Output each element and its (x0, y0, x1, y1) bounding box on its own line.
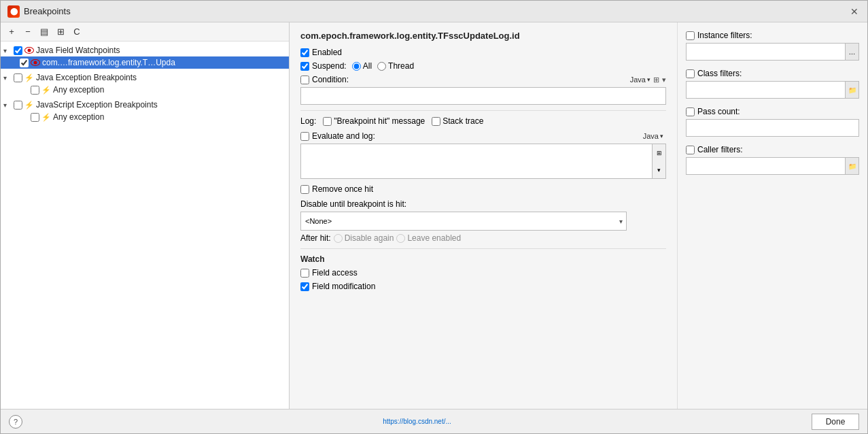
breakpoint-hit-text: "Breakpoint hit" message (334, 116, 425, 126)
lightning-red-js-icon: ⚡ (41, 113, 51, 122)
evaluate-log-input[interactable] (300, 144, 653, 179)
disable-again-label[interactable]: Disable again (334, 233, 394, 243)
group-java-field-watchpoints[interactable]: ▾ Java Field Watchpoints (1, 44, 289, 56)
breakpoint-hit-checkbox[interactable] (323, 117, 332, 126)
field-access-checkbox[interactable] (300, 269, 309, 278)
enabled-checkbox-label[interactable]: Enabled (300, 48, 342, 57)
add-button[interactable]: + (5, 25, 18, 39)
item-label-com-epoch: com.…framework.log.entity.T…Upda (42, 58, 175, 67)
group-label: Java Field Watchpoints (36, 46, 120, 55)
caller-filters-btn[interactable]: 📁 (846, 157, 859, 175)
pass-count-label[interactable]: Pass count: (686, 107, 859, 116)
leave-enabled-label[interactable]: Leave enabled (396, 233, 461, 243)
group-js-exception-breakpoints[interactable]: ▾ ⚡ JavaScript Exception Breakpoints (1, 99, 289, 111)
all-radio-label[interactable]: All (352, 61, 372, 71)
instance-filters-input[interactable] (686, 43, 846, 61)
instance-filters-checkbox[interactable] (686, 31, 695, 40)
breakpoint-hit-label[interactable]: "Breakpoint hit" message (323, 116, 425, 126)
none-dropdown[interactable]: <None> (300, 212, 627, 231)
all-label: All (363, 61, 372, 71)
group-button[interactable]: ▤ (37, 25, 51, 39)
stack-trace-text: Stack trace (442, 116, 483, 126)
lightning-js-icon: ⚡ (24, 101, 34, 110)
disable-again-radio[interactable] (334, 234, 343, 243)
field-access-label[interactable]: Field access (300, 268, 358, 278)
all-radio[interactable] (352, 62, 361, 71)
help-button[interactable]: ? (9, 415, 22, 429)
item-checkbox-any-exception[interactable] (31, 86, 39, 95)
class-filters-text: Class filters: (697, 69, 742, 78)
instance-filters-label[interactable]: Instance filters: (686, 31, 859, 40)
item-checkbox-any-exception-js[interactable] (31, 113, 39, 122)
thread-label: Thread (388, 61, 414, 71)
remove-once-hit-checkbox[interactable] (300, 185, 309, 194)
enabled-label: Enabled (312, 48, 342, 57)
class-filters-checkbox[interactable] (686, 69, 695, 78)
item-label-any-exception: Any exception (53, 85, 104, 95)
suspend-checkbox-label[interactable]: Suspend: (300, 61, 347, 71)
caller-filters-label[interactable]: Caller filters: (686, 145, 859, 154)
tree-item-any-exception-js[interactable]: ⚡ Any exception (1, 111, 289, 123)
bottom-link[interactable]: https://blog.csdn.net/... (383, 418, 451, 425)
field-modification-text: Field modification (312, 282, 375, 291)
thread-radio[interactable] (377, 62, 386, 71)
expand-button[interactable]: ⊞ (54, 25, 67, 39)
instance-filters-btn[interactable]: … (846, 43, 859, 61)
class-filters-label[interactable]: Class filters: (686, 69, 859, 78)
breakpoint-title: com.epoch.framework.log.entity.TFsscUpda… (300, 31, 666, 41)
close-button[interactable]: ✕ (848, 5, 861, 18)
tree-item-com-epoch[interactable]: com.…framework.log.entity.T…Upda (1, 56, 289, 69)
group-java-exception-label: Java Exception Breakpoints (36, 73, 137, 82)
remove-once-hit-text: Remove once hit (312, 184, 373, 194)
dialog-title: Breakpoints (24, 6, 71, 16)
field-modification-label[interactable]: Field modification (300, 282, 375, 291)
item-label-any-exception-js: Any exception (53, 112, 104, 122)
filter-button[interactable]: C (70, 25, 84, 39)
field-access-text: Field access (312, 268, 358, 278)
thread-radio-label[interactable]: Thread (377, 61, 414, 71)
done-button[interactable]: Done (812, 414, 859, 430)
condition-input[interactable] (300, 87, 666, 105)
group-java-exception-checkbox[interactable] (14, 73, 22, 82)
expand2-icon[interactable]: ▾ (662, 76, 666, 84)
suspend-checkbox[interactable] (300, 62, 309, 71)
stack-trace-checkbox[interactable] (432, 117, 440, 126)
remove-button[interactable]: − (21, 25, 35, 39)
condition-checkbox[interactable] (300, 76, 309, 84)
lang-selector-java[interactable]: Java ▾ (630, 76, 650, 84)
chevron-icon-2: ▾ (3, 74, 12, 82)
tree-item-any-exception[interactable]: ⚡ Any exception (1, 84, 289, 96)
condition-label: Condition: (312, 75, 349, 84)
log-label: Log: (300, 116, 316, 126)
field-modification-checkbox[interactable] (300, 282, 309, 291)
chevron-down-icon: ▾ (647, 76, 650, 83)
chevron-down2-icon: ▾ (660, 133, 663, 139)
suspend-label: Suspend: (312, 61, 347, 71)
evaluate-log-checkbox[interactable] (300, 132, 309, 141)
stack-trace-label[interactable]: Stack trace (432, 116, 483, 126)
item-checkbox-com-epoch[interactable] (20, 59, 29, 67)
expand-icon[interactable]: ⊞ (653, 76, 659, 84)
caller-filters-input[interactable] (686, 157, 846, 175)
group-js-exception-checkbox[interactable] (14, 101, 22, 110)
pass-count-input[interactable] (686, 119, 859, 137)
class-filters-btn[interactable]: 📁 (846, 81, 859, 99)
watchpoint-icon (24, 47, 34, 54)
disable-until-label: Disable until breakpoint is hit: (300, 199, 666, 209)
class-filters-input[interactable] (686, 81, 846, 99)
instance-filters-text: Instance filters: (697, 31, 752, 40)
group-java-field-watchpoints-checkbox[interactable] (14, 46, 22, 55)
lightning-icon: ⚡ (24, 73, 34, 82)
group-java-exception-breakpoints[interactable]: ▾ ⚡ Java Exception Breakpoints (1, 71, 289, 84)
enabled-checkbox[interactable] (300, 48, 309, 57)
remove-once-hit-label[interactable]: Remove once hit (300, 184, 373, 194)
caller-filters-checkbox[interactable] (686, 146, 695, 154)
pass-count-checkbox[interactable] (686, 107, 695, 116)
leave-enabled-radio[interactable] (396, 234, 405, 243)
watchpoint-item-icon (31, 59, 40, 66)
lang-selector-java2[interactable]: Java ▾ (643, 132, 663, 140)
after-hit-label: After hit: (300, 233, 331, 243)
lightning-red-icon: ⚡ (41, 86, 51, 95)
pass-count-text: Pass count: (697, 107, 740, 116)
expand-log-btn[interactable]: ⊞ ▾ (653, 144, 666, 179)
